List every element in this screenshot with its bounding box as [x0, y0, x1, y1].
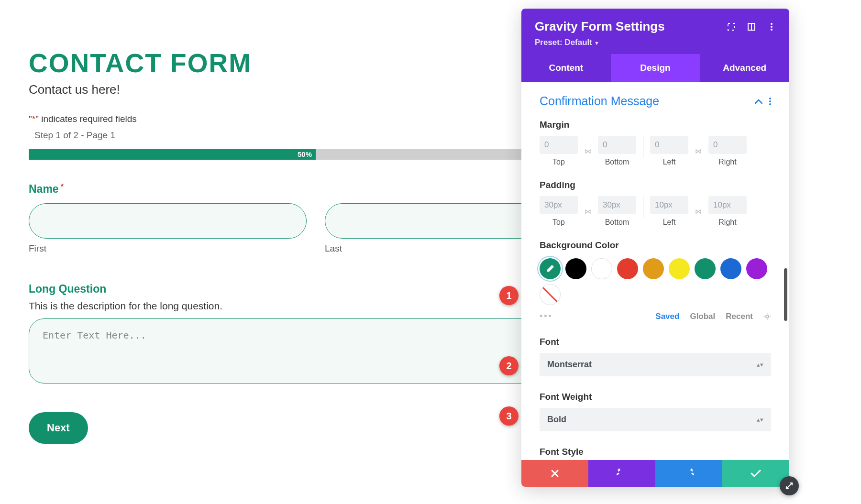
swatch-purple[interactable]: [746, 258, 767, 279]
next-button[interactable]: Next: [29, 412, 88, 444]
margin-left-cell: Left: [650, 136, 688, 166]
form-canvas: CONTACT FORM Contact us here! "*" indica…: [29, 48, 603, 444]
padding-right-input[interactable]: [708, 196, 747, 214]
background-color-section: Background Color •••: [540, 240, 771, 321]
sort-icon: ▴▾: [757, 416, 763, 423]
margin-right-input[interactable]: [708, 136, 747, 154]
swatch-yellow[interactable]: [669, 258, 690, 279]
section-title[interactable]: Confirmation Message: [540, 94, 659, 108]
margin-row: Top ⋈ Bottom Left ⋈ Right: [540, 136, 771, 166]
svg-point-8: [769, 103, 771, 105]
padding-horizontal-group: Left ⋈ Right: [650, 196, 747, 227]
preset-dropdown[interactable]: Preset: Default▼: [535, 38, 776, 47]
svg-point-4: [771, 26, 773, 28]
expand-button[interactable]: [780, 476, 799, 495]
palette-tabs: Saved Global Recent: [655, 312, 771, 321]
annotation-3: 3: [499, 406, 519, 426]
margin-bottom-input[interactable]: [598, 136, 636, 154]
name-row: First Last: [29, 203, 603, 254]
undo-icon: [617, 469, 627, 478]
font-weight-value: Bold: [547, 415, 566, 425]
eyedropper-swatch[interactable]: [540, 258, 561, 279]
scrollbar-thumb[interactable]: [784, 268, 787, 321]
padding-top-label: Top: [552, 218, 565, 227]
annotation-1: 1: [499, 286, 519, 305]
divider: [643, 136, 643, 158]
link-icon[interactable]: ⋈: [695, 147, 702, 155]
padding-label: Padding: [540, 180, 771, 190]
font-dropdown[interactable]: Montserrat ▴▾: [540, 353, 771, 376]
divider: [643, 196, 643, 218]
columns-icon[interactable]: [747, 22, 756, 31]
margin-top-input[interactable]: [540, 136, 578, 154]
padding-left-cell: Left: [650, 196, 688, 227]
margin-left-input[interactable]: [650, 136, 688, 154]
font-weight-section: Font Weight Bold ▴▾: [540, 392, 771, 431]
first-sub-label: First: [29, 243, 307, 254]
close-button[interactable]: [521, 460, 588, 487]
more-vertical-icon[interactable]: [769, 98, 771, 105]
font-weight-dropdown[interactable]: Bold ▴▾: [540, 408, 771, 431]
progress-percent-label: 50%: [298, 149, 312, 160]
margin-top-cell: Top: [540, 136, 578, 166]
swatch-green[interactable]: [695, 258, 716, 279]
more-vertical-icon[interactable]: [767, 22, 776, 31]
font-section: Font Montserrat ▴▾: [540, 337, 771, 376]
tab-content[interactable]: Content: [521, 54, 611, 82]
panel-header-icons: [727, 22, 776, 31]
form-subtitle: Contact us here!: [29, 82, 603, 97]
link-icon[interactable]: ⋈: [695, 208, 702, 215]
margin-left-label: Left: [663, 158, 676, 166]
panel-header: Gravity Form Settings Preset: Default▼: [521, 9, 789, 54]
padding-right-label: Right: [718, 218, 736, 227]
padding-top-input[interactable]: [540, 196, 578, 214]
redo-icon: [684, 469, 694, 478]
margin-right-label: Right: [718, 158, 736, 166]
padding-bottom-input[interactable]: [598, 196, 636, 214]
link-icon[interactable]: ⋈: [585, 147, 591, 155]
link-icon[interactable]: ⋈: [585, 208, 591, 215]
margin-right-cell: Right: [708, 136, 747, 166]
undo-button[interactable]: [588, 460, 655, 487]
panel-title: Gravity Form Settings: [535, 19, 665, 34]
tab-advanced[interactable]: Advanced: [700, 54, 789, 82]
name-label-text: Name: [29, 183, 59, 195]
long-question-textarea[interactable]: [29, 318, 603, 383]
name-field-group: Name* First Last: [29, 183, 603, 254]
annotation-2: 2: [499, 356, 519, 375]
first-name-column: First: [29, 203, 307, 254]
name-label: Name*: [29, 183, 603, 196]
margin-top-label: Top: [552, 158, 565, 166]
swatch-transparent[interactable]: [540, 284, 561, 305]
padding-right-cell: Right: [708, 196, 747, 227]
swatch-white[interactable]: [591, 258, 612, 279]
swatch-red[interactable]: [617, 258, 638, 279]
preset-label: Preset: Default: [535, 38, 592, 47]
save-button[interactable]: [722, 460, 789, 487]
fullscreen-icon[interactable]: [727, 22, 736, 31]
redo-button[interactable]: [655, 460, 722, 487]
gear-icon[interactable]: [763, 313, 771, 320]
required-asterisk-icon: *: [61, 183, 64, 191]
svg-point-9: [766, 315, 769, 318]
close-icon: [551, 469, 559, 478]
palette-tab-saved[interactable]: Saved: [655, 312, 679, 321]
swatch-blue[interactable]: [720, 258, 741, 279]
chevron-up-icon[interactable]: [755, 99, 762, 104]
first-name-input[interactable]: [29, 203, 307, 239]
section-header-icons: [755, 98, 771, 105]
palette-tab-global[interactable]: Global: [690, 312, 715, 321]
font-value: Montserrat: [547, 360, 592, 370]
palette-tab-recent[interactable]: Recent: [726, 312, 753, 321]
swatch-black[interactable]: [565, 258, 586, 279]
form-title: CONTACT FORM: [29, 48, 603, 78]
swatch-orange[interactable]: [643, 258, 664, 279]
padding-left-input[interactable]: [650, 196, 688, 214]
font-weight-label: Font Weight: [540, 392, 771, 402]
step-indicator: Step 1 of 2 - Page 1: [34, 130, 603, 141]
tab-design[interactable]: Design: [611, 54, 700, 82]
section-header-row: Confirmation Message: [540, 94, 771, 108]
margin-horizontal-group: Left ⋈ Right: [650, 136, 747, 166]
more-dots-icon[interactable]: •••: [540, 311, 553, 321]
required-fields-note: "*" indicates required fields: [29, 114, 603, 124]
